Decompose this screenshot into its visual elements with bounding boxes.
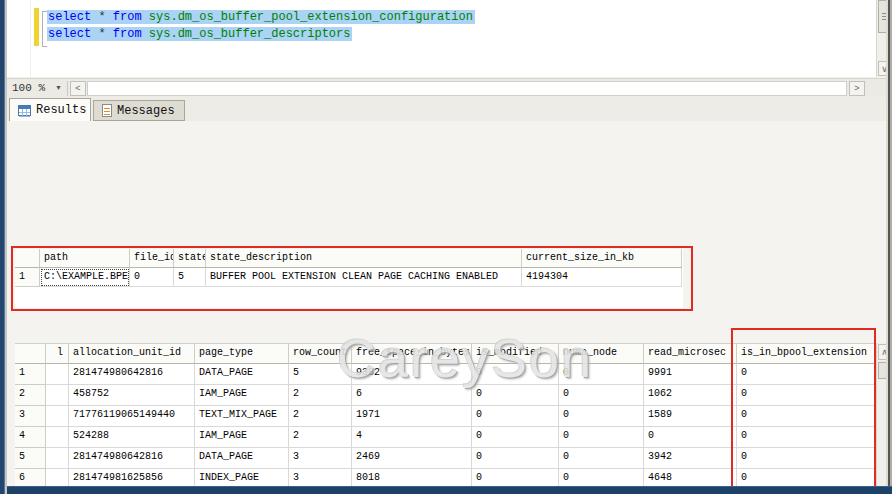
cell[interactable]: IAM_PAGE [195,385,289,406]
column-header[interactable]: path [40,249,130,268]
cell[interactable]: 0 [472,448,559,469]
select-all-corner[interactable] [15,344,46,364]
column-header[interactable]: page_type [195,344,289,364]
cell[interactable]: 0 [559,364,644,385]
code-lines[interactable]: select * from sys.dm_os_buffer_pool_exte… [47,9,475,43]
cell[interactable]: 3942 [644,448,737,469]
cell[interactable]: 9991 [644,364,737,385]
token-plain [142,27,149,41]
cell[interactable]: 2 [289,427,352,448]
selected-text: select * from sys.dm_os_buffer_pool_exte… [47,10,475,24]
cell[interactable]: 9382 [352,364,472,385]
results-grid-1[interactable]: pathfile_idstatestate_descriptioncurrent… [15,249,683,308]
editor-bottom-bar: 100 % ▼ < > [7,78,891,97]
cell[interactable]: 0 [559,427,644,448]
cell[interactable]: 0 [644,427,737,448]
column-header[interactable]: file_id [130,249,174,268]
row-number-cell[interactable]: 4 [15,427,46,448]
cell[interactable]: 2 [289,406,352,427]
cell[interactable]: 3 [289,448,352,469]
cell[interactable]: IAM_PAGE [195,427,289,448]
cell[interactable]: 71776119065149440 [69,406,195,427]
code-line[interactable]: select * from sys.dm_os_buffer_pool_exte… [47,9,475,26]
column-header[interactable]: state_description [206,249,522,268]
cell[interactable]: 1062 [644,385,737,406]
tab-messages[interactable]: Messages [93,100,185,121]
cell[interactable]: 1589 [644,406,737,427]
column-header[interactable]: l [46,344,69,364]
cell[interactable]: 281474980642816 [69,448,195,469]
cell[interactable] [46,448,69,469]
cell[interactable] [46,385,69,406]
column-header[interactable]: is_in_bpool_extension [737,344,876,364]
results-grid-2[interactable]: lallocation_unit_idpage_typerow_countfre… [15,343,876,494]
cell[interactable] [46,427,69,448]
cell[interactable]: 0 [559,448,644,469]
column-header[interactable]: is_modified [472,344,559,364]
cell[interactable]: 0 [737,448,876,469]
cell[interactable]: 0 [472,364,559,385]
select-all-corner[interactable] [15,249,40,268]
row-number-cell[interactable]: 1 [15,268,40,287]
token-plain: * [91,27,113,41]
cell[interactable]: 458752 [69,385,195,406]
column-header[interactable]: numa_node [559,344,644,364]
selected-text: select * from sys.dm_os_buffer_descripto… [47,27,352,41]
cell[interactable]: 5 [289,364,352,385]
row-number-cell[interactable]: 2 [15,385,46,406]
column-header[interactable]: row_count [289,344,352,364]
row-number-cell[interactable]: 5 [15,448,46,469]
cell[interactable]: 2 [289,385,352,406]
cell[interactable] [46,364,69,385]
zoom-level[interactable]: 100 % [12,82,45,94]
cell[interactable]: 4 [352,427,472,448]
token-keyword: select [48,27,91,41]
header-row: lallocation_unit_idpage_typerow_countfre… [15,344,876,364]
cell[interactable]: DATA_PAGE [195,364,289,385]
cell[interactable]: 0 [472,385,559,406]
ssms-window: select * from sys.dm_os_buffer_pool_exte… [0,0,892,494]
editor-horizontal-scrollbar[interactable] [87,81,847,96]
cell[interactable]: 1971 [352,406,472,427]
cell[interactable]: 0 [130,268,174,287]
cell[interactable]: BUFFER POOL EXTENSION CLEAN PAGE CACHING… [206,268,522,287]
cell[interactable]: 0 [472,427,559,448]
results-pane: pathfile_idstatestate_descriptioncurrent… [7,121,891,486]
table-row: 5281474980642816DATA_PAGE324690039420 [15,448,876,469]
cell[interactable]: TEXT_MIX_PAGE [195,406,289,427]
column-header[interactable]: current_size_in_kb [522,249,682,268]
cell[interactable]: 0 [559,406,644,427]
table-row: 4524288IAM_PAGE240000 [15,427,876,448]
column-header[interactable]: read_microsec [644,344,737,364]
tab-label: Results [36,103,86,117]
cell[interactable]: 4194304 [522,268,682,287]
table-row: 2458752IAM_PAGE260010620 [15,385,876,406]
row-number-cell[interactable]: 3 [15,406,46,427]
zoom-dropdown-icon[interactable]: ▼ [55,84,62,91]
code-line[interactable]: select * from sys.dm_os_buffer_descripto… [47,26,475,43]
cell[interactable] [46,406,69,427]
cell[interactable]: 524288 [69,427,195,448]
cell[interactable]: DATA_PAGE [195,448,289,469]
cell[interactable]: 0 [737,364,876,385]
cell[interactable]: 0 [737,406,876,427]
cell[interactable]: 2469 [352,448,472,469]
cell[interactable]: 0 [737,385,876,406]
cell[interactable]: 281474980642816 [69,364,195,385]
cell[interactable]: C:\EXAMPLE.BPE [40,268,130,287]
sql-editor[interactable]: select * from sys.dm_os_buffer_pool_exte… [7,0,876,77]
cell[interactable]: 6 [352,385,472,406]
tab-results[interactable]: Results [9,98,91,121]
scroll-right-button[interactable]: > [849,81,865,96]
column-header[interactable]: state [174,249,206,268]
column-header[interactable]: free_space_in_bytes [352,344,472,364]
cell[interactable]: 5 [174,268,206,287]
cell[interactable]: 0 [737,427,876,448]
results-grid-icon [18,105,31,116]
column-header[interactable]: allocation_unit_id [69,344,195,364]
cell[interactable]: 0 [559,385,644,406]
row-number-cell[interactable]: 1 [15,364,46,385]
cell[interactable]: 0 [472,406,559,427]
scroll-left-button[interactable]: < [70,81,86,96]
token-system: sys.dm_os_buffer_pool_extension_configur… [149,10,473,24]
